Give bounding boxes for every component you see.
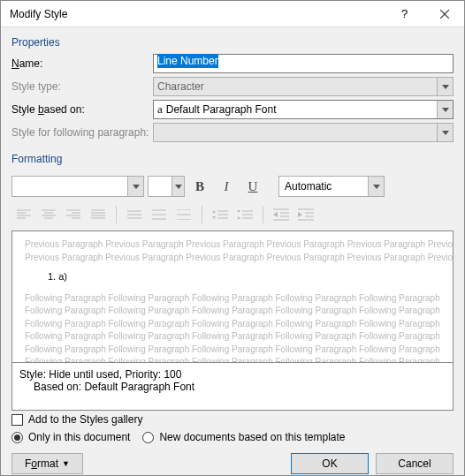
svg-marker-46 [298, 212, 302, 217]
svg-marker-31 [212, 216, 216, 219]
chevron-down-icon [437, 124, 453, 141]
spacing-2-button [172, 204, 196, 225]
new-documents-label: New documents based on this template [159, 431, 345, 443]
spacing-15-button [147, 204, 172, 225]
font-size-combo[interactable] [148, 176, 185, 197]
preview-pane: Previous Paragraph Previous Paragraph Pr… [11, 230, 454, 363]
align-justify-button [86, 204, 111, 225]
help-button[interactable]: ? [385, 1, 424, 27]
formatting-heading: Formatting [11, 153, 454, 165]
bold-button[interactable]: B [188, 176, 211, 197]
chevron-down-icon[interactable] [172, 177, 184, 196]
following-combo [153, 123, 454, 142]
indent-inc-button [293, 204, 318, 225]
align-left-button [11, 204, 36, 225]
add-gallery-label: Add to the Styles gallery [28, 413, 142, 426]
chevron-down-icon[interactable] [368, 177, 384, 196]
name-input[interactable]: Line Number [153, 54, 454, 73]
properties-heading: Properties [11, 36, 454, 49]
close-button[interactable] [424, 1, 464, 27]
format-button[interactable]: Format▼ [11, 453, 83, 474]
style-description: Style: Hide until used, Priority: 100 Ba… [11, 363, 454, 411]
spacing-1-button [122, 204, 147, 225]
svg-marker-30 [212, 210, 216, 213]
name-label: Name: [11, 57, 153, 70]
svg-marker-35 [237, 210, 240, 213]
only-document-radio[interactable] [11, 432, 23, 443]
following-label: Style for following paragraph: [11, 126, 153, 139]
space-before-inc-button [208, 204, 232, 225]
only-document-label: Only in this document [28, 431, 130, 443]
font-color-combo[interactable]: Automatic [278, 176, 385, 197]
modify-style-dialog: Modify Style ? Properties Name: Line Num… [0, 0, 465, 476]
underline-button[interactable]: U [241, 176, 264, 197]
titlebar: Modify Style ? [1, 1, 464, 27]
based-on-label: Style based on: [11, 103, 153, 116]
cancel-button[interactable]: Cancel [376, 453, 454, 474]
style-type-combo: Character [153, 77, 454, 96]
ok-button[interactable]: OK [291, 453, 369, 474]
align-center-button [36, 204, 61, 225]
font-family-combo[interactable] [11, 176, 144, 197]
italic-button[interactable]: I [215, 176, 238, 197]
based-on-combo[interactable]: aDefault Paragraph Font [153, 100, 454, 119]
window-title: Modify Style [10, 8, 385, 20]
indent-dec-button [269, 204, 293, 225]
chevron-down-icon[interactable] [437, 101, 453, 118]
new-documents-radio[interactable] [142, 432, 154, 443]
svg-marker-41 [273, 212, 278, 217]
space-before-dec-button [232, 204, 257, 225]
chevron-down-icon[interactable] [127, 177, 143, 196]
chevron-down-icon [437, 78, 453, 95]
add-gallery-checkbox[interactable] [11, 414, 23, 426]
style-type-label: Style type: [11, 80, 153, 93]
svg-marker-36 [237, 216, 240, 219]
align-right-button [61, 204, 86, 225]
preview-sample: 1. a) [48, 270, 440, 283]
